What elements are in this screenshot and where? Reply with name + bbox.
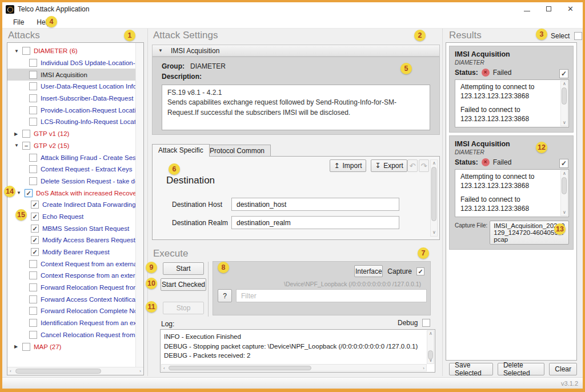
tree-vertical-scrollbar[interactable] (135, 43, 143, 367)
delete-selected-button[interactable]: Delete Selected (498, 363, 544, 375)
expander-open-icon[interactable]: ▼ (14, 49, 22, 54)
result-log-scroll-thumb[interactable] (562, 177, 567, 194)
tree-item[interactable]: Attack Billing Fraud - Create Session Re… (7, 151, 135, 163)
close-button[interactable]: ✕ (567, 2, 574, 16)
scroll-up-icon[interactable]: ∧ (429, 331, 432, 336)
tree-item-checkbox[interactable] (29, 295, 37, 303)
tree-item-checkbox[interactable]: – (22, 142, 30, 150)
scroll-down-icon[interactable]: ∨ (563, 121, 566, 125)
tab-protocol-common[interactable]: Protocol Common (203, 145, 271, 157)
tree-item[interactable]: ✓Modify Access Bearers Request (7, 234, 135, 246)
redo-button[interactable]: ↷ (419, 159, 429, 172)
tree-item-checkbox[interactable]: ✓ (31, 225, 39, 233)
scroll-right-icon[interactable]: › (139, 369, 141, 374)
menu-file[interactable]: File (8, 17, 29, 27)
scroll-down-icon[interactable]: ∨ (563, 210, 566, 215)
minimize-button[interactable] (524, 2, 530, 16)
select-all-checkbox[interactable] (574, 32, 582, 40)
clear-button[interactable]: Clear (549, 363, 577, 375)
tree-item[interactable]: ▼–GTP v2 (15) (7, 140, 135, 152)
tree-item-checkbox[interactable]: ✓ (31, 248, 39, 256)
tree-item-checkbox[interactable] (29, 177, 37, 185)
interface-button[interactable]: Interface (354, 265, 383, 277)
title-bar[interactable]: Telco Attack Application ✕ (2, 2, 583, 16)
attack-expander[interactable]: ▼ IMSI Acquisition (152, 45, 440, 57)
tree-item-checkbox[interactable] (22, 130, 30, 138)
result-card[interactable]: IMSI AcquisitionDIAMETERStatus:✕Failed✓A… (449, 46, 574, 133)
expander-open-icon[interactable]: ▼ (14, 143, 22, 148)
tree-item[interactable]: ✓MBMS Session Start Request (7, 222, 135, 234)
export-button[interactable]: ↧ Export (371, 159, 407, 172)
result-checkbox[interactable]: ✓ (559, 159, 568, 168)
tree-item[interactable]: Forward Access Context Notification from (7, 293, 135, 305)
scroll-left-icon[interactable]: ‹ (163, 366, 165, 371)
filter-help-button[interactable]: ? (218, 289, 232, 302)
tree-item[interactable]: Identification Request from an external … (7, 317, 135, 329)
tree-item[interactable]: ✓Create Indirect Data Forwarding Tunnel (7, 199, 135, 211)
expander-open-icon[interactable]: ▼ (158, 48, 166, 53)
stop-button[interactable]: Stop (163, 302, 204, 314)
tree-item[interactable]: ▶GTP v1 (12) (7, 128, 135, 140)
tree-horizontal-scrollbar[interactable]: ‹ › (7, 367, 143, 375)
tree-item[interactable]: IMSI Acquisition (7, 69, 135, 81)
tree-item[interactable]: Context Response from an external MME (7, 270, 135, 282)
tree-item[interactable]: Context Request from an external MME (7, 258, 135, 270)
expander-open-icon[interactable]: ▼ (17, 190, 25, 195)
tree-item-checkbox[interactable]: ✓ (31, 236, 39, 244)
tree-item-checkbox[interactable] (29, 271, 37, 279)
result-checkbox[interactable]: ✓ (559, 69, 568, 78)
tree-item[interactable]: Individual DoS Update-Location-Request (7, 57, 135, 69)
scroll-up-icon[interactable]: ∧ (563, 82, 566, 86)
result-log-scroll-thumb[interactable] (562, 87, 567, 105)
tree-item[interactable]: ▶MAP (27) (7, 341, 135, 353)
expander-closed-icon[interactable]: ▶ (14, 131, 22, 137)
tree-item-checkbox[interactable] (22, 343, 30, 351)
scroll-left-icon[interactable]: ‹ (10, 369, 11, 374)
tree-item-checkbox[interactable]: ✓ (25, 189, 33, 197)
tree-item[interactable]: Context Request - Extract Keys (7, 163, 135, 175)
tree-item-checkbox[interactable] (22, 47, 30, 55)
tree-item-checkbox[interactable] (29, 82, 37, 90)
start-button[interactable]: Start (163, 262, 204, 275)
tab-attack-specific[interactable]: Attack Specific (152, 144, 210, 157)
log-horizontal-scrollbar[interactable]: ‹ › (161, 364, 427, 371)
debug-checkbox[interactable] (422, 319, 430, 327)
tree-item-checkbox[interactable]: ✓ (31, 201, 39, 209)
scroll-up-icon[interactable]: ∧ (563, 171, 566, 176)
tab-content-scrollbar[interactable]: ∧ ∨ (430, 159, 438, 237)
tree-item[interactable]: Cancel Relocation Request from an exter (7, 329, 135, 341)
tree-item-checkbox[interactable] (29, 165, 37, 173)
log-box[interactable]: INFO - Execution FinishedDEBUG - Stoppin… (160, 329, 435, 373)
maximize-button[interactable] (546, 2, 551, 16)
start-checked-button[interactable]: Start Checked (161, 278, 206, 291)
tree-item-checkbox[interactable] (29, 331, 37, 339)
result-log[interactable]: Attempting to connect to 123.123.123.123… (455, 169, 569, 217)
tree-item[interactable]: Delete Session Request - take down TEID (7, 175, 135, 187)
tree-item-checkbox[interactable] (29, 106, 37, 114)
tree-item[interactable]: ▼DIAMETER (6) (7, 45, 135, 57)
destination-host-input[interactable] (231, 198, 399, 211)
undo-button[interactable]: ↶ (407, 159, 418, 172)
save-selected-button[interactable]: Save Selected (449, 363, 493, 375)
tree-item-checkbox[interactable] (29, 283, 37, 291)
tree-item-checkbox[interactable] (29, 118, 37, 126)
log-hscroll-thumb[interactable] (169, 366, 311, 370)
tree-hscroll-thumb[interactable] (15, 369, 101, 374)
filter-input[interactable] (236, 289, 427, 302)
import-button[interactable]: ↥ Import (330, 159, 366, 172)
tree-item-checkbox[interactable] (29, 59, 37, 67)
expander-closed-icon[interactable]: ▶ (14, 344, 22, 349)
tree-item[interactable]: Forward Relocation Request from an ext (7, 282, 135, 294)
tree-item-checkbox[interactable] (29, 319, 37, 327)
tree-item-checkbox[interactable] (29, 260, 37, 268)
tree-item[interactable]: ▼✓DoS Attack with increased Recovery IE … (7, 187, 135, 199)
capture-checkbox[interactable]: ✓ (416, 267, 424, 275)
scroll-up-icon[interactable]: ∧ (432, 161, 436, 166)
tree-item[interactable]: LCS-Routing-Info-Request Location Track (7, 116, 135, 128)
tree-item[interactable]: Insert-Subscriber-Data-Request Location (7, 93, 135, 105)
log-vertical-scrollbar[interactable]: ∧ ∨ (427, 330, 434, 364)
scroll-down-icon[interactable]: ∨ (432, 230, 436, 235)
tree-item-checkbox[interactable]: ✓ (31, 213, 39, 221)
tree-item[interactable]: User-Data-Request Location Info (7, 81, 135, 93)
scroll-right-icon[interactable]: › (423, 366, 424, 371)
